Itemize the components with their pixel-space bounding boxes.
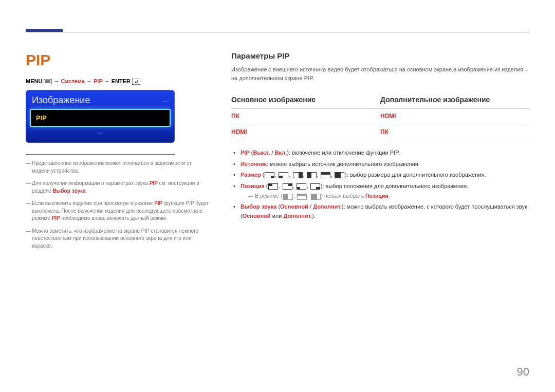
position-icon [268, 183, 278, 190]
list-item: Источник: можно выбрать источник дополни… [233, 160, 529, 169]
header-accent [26, 29, 63, 32]
bc-pip: PIP [94, 78, 103, 84]
page-title: PIP [26, 51, 211, 69]
cell: HDMI [231, 124, 380, 140]
size-icon [265, 172, 274, 178]
footnote: Если выключить изделие при просмотре в р… [26, 200, 211, 222]
left-column: PIP MENU → Система → PIP → ENTER Изображ… [26, 51, 211, 255]
footnote: Представленное изображение может отличат… [26, 160, 211, 175]
source-table: Основное изображение Дополнительное изоб… [231, 91, 529, 140]
cell: ПК [231, 108, 380, 124]
chevron-up-icon: ︿ [162, 96, 169, 105]
table-header: Основное изображение Дополнительное изоб… [231, 91, 529, 108]
footnote: Можно заметить, что изображение на экран… [26, 228, 211, 250]
bc-menu: MENU [26, 78, 42, 84]
list-item: Размер (, , , , , ): выбор размера для д… [233, 171, 529, 180]
arrow-icon: → [104, 78, 112, 84]
menu-path: MENU → Система → PIP → ENTER [26, 78, 211, 85]
page-number: 90 [517, 365, 529, 379]
header-rule [26, 32, 529, 32]
osd-heading: Изображение [32, 95, 162, 106]
enter-icon [132, 78, 140, 84]
position-icon [310, 183, 320, 190]
size-icon [279, 172, 288, 178]
sub-note: В режиме (, , ) нельзя выбрать Позиция. [240, 192, 529, 200]
menu-icon [44, 78, 52, 84]
section-intro: Изображение с внешнего источника видео б… [231, 65, 529, 82]
size-icon [321, 172, 330, 178]
right-column: Параметры PIP Изображение с внешнего ист… [231, 51, 529, 222]
list-item: PIP (Выкл. / Вкл.): включение или отключ… [233, 148, 529, 158]
cell: ПК [380, 124, 529, 140]
mode-icon [283, 194, 293, 200]
footnote: Для получения информации о параметрах зв… [26, 180, 211, 195]
table-row: HDMI ПК [231, 124, 529, 140]
mode-icon [297, 194, 307, 200]
options-list: PIP (Выкл. / Вкл.): включение или отключ… [231, 148, 529, 220]
bc-system: Система [61, 78, 85, 84]
position-icon [283, 183, 292, 190]
size-icon [335, 172, 344, 178]
list-item: Выбор звука (Основной / Дополнит.): можн… [233, 202, 529, 220]
col-main: Основное изображение [231, 96, 316, 104]
list-item: Позиция (, , , ): выбор положения для до… [233, 182, 529, 200]
arrow-icon: → [86, 78, 94, 84]
table-row: ПК HDMI [231, 108, 529, 124]
position-icon [297, 183, 306, 190]
cell: HDMI [380, 108, 529, 124]
osd-preview: Изображение ︿ PIP ﹀ [26, 90, 175, 143]
bc-enter: ENTER [112, 78, 131, 84]
col-sub: Дополнительное изображение [380, 96, 490, 104]
arrow-icon: → [54, 78, 61, 84]
osd-selected-item: PIP [30, 109, 171, 127]
size-icon [307, 172, 317, 178]
notes-divider [26, 154, 175, 155]
section-heading: Параметры PIP [231, 51, 529, 60]
chevron-down-icon: ﹀ [26, 130, 175, 143]
mode-icon [311, 194, 321, 200]
size-icon [293, 172, 303, 178]
svg-rect-4 [132, 79, 140, 85]
